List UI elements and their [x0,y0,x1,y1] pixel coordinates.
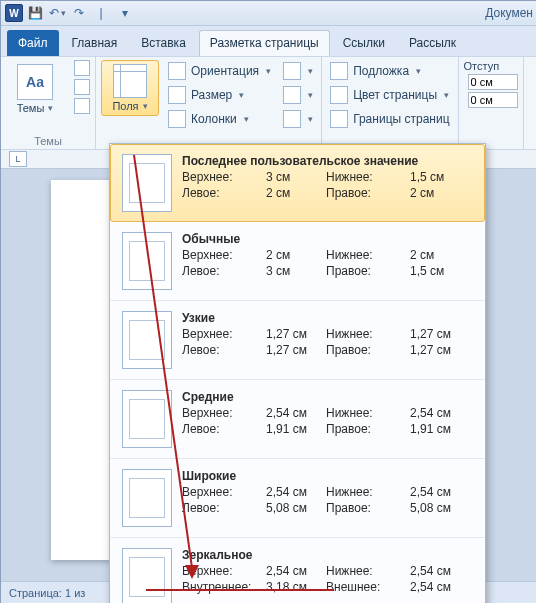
chevron-down-icon: ▾ [308,66,313,76]
margin-preset-last[interactable]: Последнее пользовательское значениеВерхн… [110,144,485,222]
margins-icon [113,64,147,98]
indent-right-spinner[interactable] [464,92,518,108]
undo-icon[interactable]: ↶▾ [49,5,65,21]
breaks-button[interactable]: ▾ [280,60,316,82]
page-color-icon [330,86,348,104]
line-numbers-button[interactable]: ▾ [280,84,316,106]
margin-preset-normal[interactable]: ОбычныеВерхнее:2 смНижнее:2 смЛевое:3 см… [110,222,485,301]
margin-preview-icon [122,154,172,212]
chevron-down-icon: ▾ [308,114,313,124]
size-icon [168,86,186,104]
tab-home[interactable]: Главная [61,30,129,56]
page-color-button[interactable]: Цвет страницы▾ [327,84,452,106]
quick-access-toolbar: 💾 ↶▾ ↷ | ▾ [27,5,133,21]
watermark-icon [330,62,348,80]
columns-icon [168,110,186,128]
watermark-button[interactable]: Подложка▾ [327,60,452,82]
ribbon-tabs: Файл Главная Вставка Разметка страницы С… [1,26,536,56]
redo-icon[interactable]: ↷ [71,5,87,21]
fonts-icon[interactable] [74,79,90,95]
theme-swatches [74,60,90,114]
themes-icon: Aa [17,64,53,100]
margin-preset-wide[interactable]: ШирокиеВерхнее:2,54 смНижнее:2,54 смЛево… [110,459,485,538]
preset-name: Последнее пользовательское значение [182,154,473,168]
annotation-arrow-head [185,565,199,579]
tab-insert[interactable]: Вставка [130,30,197,56]
page-borders-icon [330,110,348,128]
group-themes: Aa Темы▾ Темы [1,57,96,149]
hyphenation-button[interactable]: ▾ [280,108,316,130]
save-icon[interactable]: 💾 [27,5,43,21]
word-icon: W [5,4,23,22]
group-label-themes: Темы [6,133,90,147]
annotation-underline [146,589,334,591]
chevron-down-icon: ▾ [239,90,244,100]
qat-divider: | [93,5,109,21]
margin-preset-mirror[interactable]: ЗеркальноеВерхнее:2,54 смНижнее:2,54 смВ… [110,538,485,603]
indent-left-field[interactable] [468,74,518,90]
preset-name: Обычные [182,232,473,246]
preset-name: Узкие [182,311,473,325]
preset-name: Средние [182,390,473,404]
tab-page-layout[interactable]: Разметка страницы [199,30,330,56]
tab-file[interactable]: Файл [7,30,59,56]
chevron-down-icon: ▾ [48,103,53,113]
chevron-down-icon: ▾ [444,90,449,100]
colors-icon[interactable] [74,60,90,76]
breaks-icon [283,62,301,80]
preset-name: Широкие [182,469,473,483]
hyphenation-icon [283,110,301,128]
margin-preset-narrow[interactable]: УзкиеВерхнее:1,27 смНижнее:1,27 смЛевое:… [110,301,485,380]
titlebar: W 💾 ↶▾ ↷ | ▾ Докумен [1,1,536,26]
margin-preview-icon [122,548,172,603]
themes-button[interactable]: Aa Темы▾ [6,60,64,118]
indent-right-field[interactable] [468,92,518,108]
margin-preview-icon [122,311,172,369]
line-numbers-icon [283,86,301,104]
chevron-down-icon: ▾ [143,101,148,111]
chevron-down-icon: ▾ [266,66,271,76]
tab-references[interactable]: Ссылки [332,30,396,56]
page-borders-button[interactable]: Границы страниц [327,108,452,130]
document-title: Докумен [485,6,533,20]
tab-mailings[interactable]: Рассылк [398,30,467,56]
group-page-background: Подложка▾ Цвет страницы▾ Границы страниц [322,57,458,149]
group-page-setup: Поля▾ Ориентация▾ Размер▾ Колонки▾ ▾ ▾ ▾ [96,57,322,149]
chevron-down-icon: ▾ [244,114,249,124]
chevron-down-icon: ▾ [308,90,313,100]
chevron-down-icon: ▾ [416,66,421,76]
size-button[interactable]: Размер▾ [165,84,274,106]
ruler-corner-icon[interactable]: L [9,151,27,167]
effects-icon[interactable] [74,98,90,114]
ribbon: Aa Темы▾ Темы Поля▾ Ориентация▾ [1,56,536,150]
preset-name: Зеркальное [182,548,473,562]
margins-button[interactable]: Поля▾ [101,60,159,116]
margin-preview-icon [122,469,172,527]
group-paragraph: Отступ [459,57,524,149]
indent-left-spinner[interactable] [464,74,518,90]
orientation-button[interactable]: Ориентация▾ [165,60,274,82]
word-window: W 💾 ↶▾ ↷ | ▾ Докумен Файл Главная Вставк… [0,0,536,603]
columns-button[interactable]: Колонки▾ [165,108,274,130]
indent-label: Отступ [464,60,518,72]
qat-customize-icon[interactable]: ▾ [117,5,133,21]
margin-preview-icon [122,390,172,448]
status-page: Страница: 1 из [9,587,85,599]
orientation-icon [168,62,186,80]
